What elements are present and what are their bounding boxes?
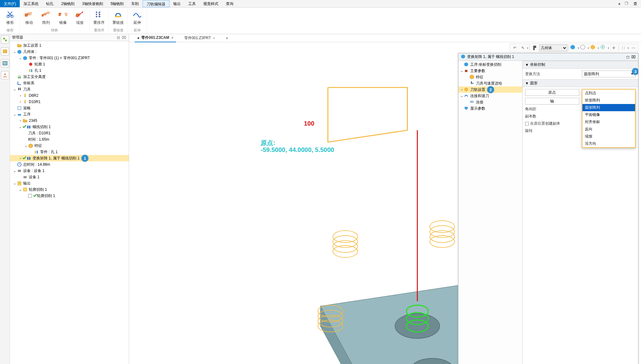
tree-row[interactable]: ·坐标系 (10, 80, 129, 86)
tree-caret[interactable]: · (24, 131, 28, 135)
tree-caret[interactable]: › (18, 93, 23, 98)
tree-caret[interactable]: · (24, 62, 28, 66)
tree-row[interactable]: ⌄螺线切削 1 (10, 124, 129, 130)
cube-gold-icon[interactable] (590, 44, 597, 51)
dropdown-option[interactable]: 点到点 (582, 90, 635, 97)
tree-row[interactable]: ⌄轮廓切削 1 (10, 186, 129, 193)
tree-caret[interactable]: ⌄ (13, 87, 17, 91)
vstrip-user-icon[interactable] (1, 71, 9, 79)
tree-row[interactable]: ·时间 : 1.65m (10, 136, 129, 143)
menu-item[interactable]: 查询 (222, 0, 237, 7)
menu-item[interactable]: 钻孔 (42, 0, 57, 7)
search-hint[interactable]: 查 (630, 0, 641, 7)
tree-row[interactable]: ·显示参数 (458, 105, 522, 112)
cube-solid-icon[interactable] (570, 44, 577, 51)
tree-row[interactable]: ·策略 (10, 105, 129, 111)
tree-caret[interactable]: · (460, 106, 464, 111)
tree-row[interactable]: ⌄工序 (10, 111, 129, 117)
manager-pin-icon[interactable]: ⊟ (116, 35, 121, 40)
tree-row[interactable]: ·孔 1 (10, 67, 129, 74)
pencil-icon[interactable]: ✎ (519, 44, 526, 51)
tree-row[interactable]: ·连接 (458, 99, 522, 105)
manager-close-icon[interactable]: ⌧ (121, 35, 127, 40)
menubar-right-icon[interactable]: ▲ (616, 0, 623, 7)
viewport[interactable]: X Y Z 原点: -59.5000, 44.0000, 5.5000 100 … (129, 42, 641, 364)
tree-row[interactable]: ·刀具 : D10R1 (10, 130, 129, 136)
tree-caret[interactable]: ⌄ (18, 125, 23, 129)
ribbon-extend-button[interactable]: 延伸 (130, 9, 145, 26)
menu-item[interactable]: 视觉样式 (200, 0, 222, 7)
axis-button[interactable]: 轴 (525, 98, 579, 105)
document-tab[interactable]: 零件001.Z3PRT ✕ (182, 34, 218, 42)
tree-caret[interactable]: ⌄ (13, 169, 17, 173)
ribbon-scissors-button[interactable]: 修剪 (3, 9, 18, 26)
dropdown-option[interactable]: 矩形阵列 (582, 97, 635, 104)
tree-caret[interactable]: ⌄ (460, 94, 464, 98)
dropdown-option[interactable]: 反向 (582, 126, 635, 133)
tree-caret[interactable]: › (460, 87, 464, 92)
menu-item[interactable]: 加工系统 (20, 0, 42, 7)
crosshair-icon[interactable]: ✛ (610, 44, 617, 51)
tree-caret[interactable]: · (13, 75, 17, 79)
menu-item[interactable]: 2轴铣削 (57, 0, 78, 7)
tree-row[interactable]: ⌄零件 : 零件001 (1) < 零件001.Z3PRT (10, 55, 129, 61)
tree-row[interactable]: ⌄主要参数 (458, 68, 522, 74)
tree-caret[interactable]: · (13, 106, 17, 110)
tree-row[interactable]: ·刀具与速度进给 (458, 80, 522, 86)
tree-caret[interactable]: · (24, 137, 28, 142)
target-icon[interactable] (600, 44, 607, 51)
menu-item[interactable]: 文件(F) (0, 0, 20, 7)
tree-caret[interactable]: · (13, 43, 17, 48)
tree-caret[interactable]: · (465, 100, 470, 104)
ribbon-reorder-button[interactable]: 重排序 (91, 9, 107, 26)
ribbon-relink-button[interactable]: 重链接 (111, 9, 126, 26)
tree-caret[interactable]: · (29, 150, 34, 154)
origin-button[interactable]: 原点 (525, 89, 579, 96)
flag-icon[interactable]: ▛ (531, 44, 538, 51)
tree-row[interactable]: ›变换矩阵 1, 属于 螺线切削 11 (10, 155, 129, 161)
vstrip-cube-icon[interactable] (1, 47, 9, 55)
tree-caret[interactable]: · (13, 81, 17, 85)
tree-row[interactable]: ›D6R2 (10, 92, 129, 99)
menu-item[interactable]: 输出 (169, 0, 185, 7)
tree-row[interactable]: ⌄连接和退刀 (458, 93, 522, 99)
new-tab-button[interactable]: + (223, 35, 231, 42)
menu-item[interactable]: 车削 (128, 0, 143, 7)
tree-caret[interactable]: ⌄ (460, 69, 464, 73)
tree-caret[interactable]: · (18, 175, 23, 179)
menu-item[interactable]: 刀轨编辑器 (143, 0, 169, 7)
back-icon[interactable]: ↶ (511, 44, 518, 51)
tree-row[interactable]: ·轮廓切削 1 (10, 193, 129, 199)
tree-caret[interactable]: ⌄ (24, 143, 28, 148)
ribbon-move-button[interactable]: 移动 (22, 9, 37, 26)
tree-caret[interactable]: · (465, 75, 470, 79)
tree-row[interactable]: ·总时间 : 14.88m (10, 161, 129, 168)
bracket-icon[interactable]: 〈〉 (620, 44, 627, 51)
dropdown-option[interactable]: 沿方向 (582, 140, 635, 147)
method-dropdown[interactable]: 圆形阵列▼ (582, 70, 636, 77)
tree-row[interactable]: ·特征 (458, 74, 522, 80)
tree-caret[interactable]: ⌄ (13, 112, 17, 117)
section-coord-control[interactable]: ▼ 坐标控制 (523, 61, 638, 69)
vstrip-green-icon[interactable] (1, 35, 9, 44)
tree-caret[interactable]: ⌄ (13, 49, 17, 54)
dropdown-option[interactable]: 平面镜像 (582, 111, 635, 118)
tab-close-icon[interactable]: ✕ (213, 36, 215, 40)
menubar-right-icon[interactable]: ❐ (623, 0, 630, 7)
tree-row[interactable]: ⌄几何体 : (10, 49, 129, 55)
rp-close-icon[interactable]: ⌧ (631, 55, 636, 59)
tree-caret[interactable]: ⌄ (18, 56, 23, 60)
tree-caret[interactable]: · (24, 194, 28, 198)
tree-caret[interactable]: · (13, 162, 17, 167)
tab-close-icon[interactable]: ✕ (171, 36, 174, 39)
tree-row[interactable]: ⌄刀具 (10, 86, 129, 92)
tree-row[interactable]: ·零件 : 孔 1 (10, 149, 129, 155)
dropdown-option[interactable]: 圆形阵列 (582, 104, 635, 111)
tree-row[interactable]: ·轮廓 1 (10, 61, 129, 67)
tree-row[interactable]: ⌄输出 (10, 180, 129, 186)
tree-caret[interactable]: › (18, 100, 23, 104)
tree-row[interactable]: ·设备 1 (10, 174, 129, 180)
more-icon[interactable]: ⋯ (630, 44, 637, 51)
ribbon-array-button[interactable]: 阵列 (39, 9, 54, 26)
menu-item[interactable]: 工具 (185, 0, 200, 7)
